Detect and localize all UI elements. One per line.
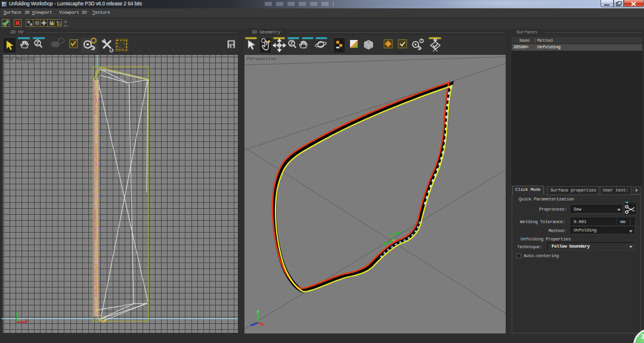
svg-text:10: 10	[57, 23, 61, 26]
svg-text:z: z	[401, 228, 403, 232]
svg-text:x: x	[265, 323, 268, 327]
